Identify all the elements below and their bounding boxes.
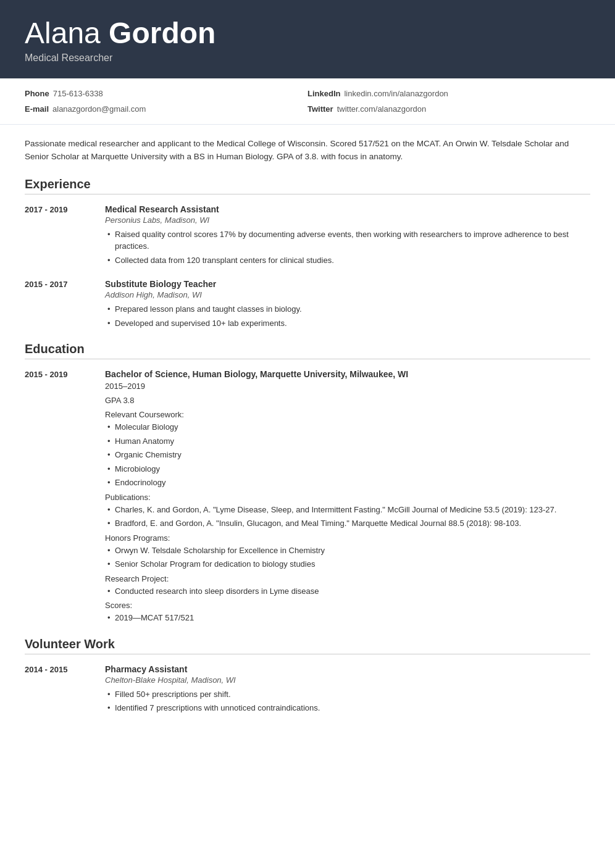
phone-value: 715-613-6338 [53,89,103,98]
contact-bar: Phone 715-613-6338 LinkedIn linkedin.com… [0,78,615,125]
experience-entry: 2015 - 2017Substitute Biology TeacherAdd… [25,279,590,331]
honors-list: Orwyn W. Telsdale Scholarship for Excell… [105,545,590,570]
job-title: Substitute Biology Teacher [105,279,590,289]
volunteer-title: Volunteer Work [25,637,590,654]
job-title: Pharmacy Assistant [105,664,590,674]
candidate-title: Medical Researcher [25,52,590,64]
linkedin-value: linkedin.com/in/alanazgordon [344,89,448,98]
list-item: Collected data from 120 transplant cente… [105,254,590,267]
coursework-list: Molecular BiologyHuman AnatomyOrganic Ch… [105,421,590,489]
list-item: Prepared lesson plans and taught classes… [105,303,590,315]
list-item: Developed and supervised 10+ lab experim… [105,317,590,330]
experience-list: 2017 - 2019Medical Research AssistantPer… [25,204,590,332]
list-item: Senior Scholar Program for dedication to… [105,558,590,570]
phone-label: Phone [25,89,49,98]
volunteer-entry: 2014 - 2015Pharmacy AssistantChelton-Bla… [25,664,590,716]
twitter-value: twitter.com/alanazgordon [337,104,427,114]
list-item: Molecular Biology [105,421,590,433]
publications-label: Publications: [105,493,590,502]
entry-body: Substitute Biology TeacherAddison High, … [105,279,590,331]
experience-section: Experience 2017 - 2019Medical Research A… [25,177,590,332]
list-item: Orwyn W. Telsdale Scholarship for Excell… [105,545,590,557]
education-title: Education [25,342,590,359]
list-item: Microbiology [105,463,590,475]
list-item: Filled 50+ prescriptions per shift. [105,688,590,701]
twitter-contact: Twitter twitter.com/alanazgordon [308,102,590,115]
company-name: Personius Labs, Madison, WI [105,215,590,225]
list-item: Organic Chemistry [105,449,590,461]
last-name: Gordon [109,17,215,49]
education-section: Education 2015 - 2019Bachelor of Science… [25,342,590,626]
company-name: Addison High, Madison, WI [105,290,590,299]
scores-label: Scores: [105,601,590,610]
twitter-label: Twitter [308,104,333,114]
edu-gpa: GPA 3.8 [105,394,590,407]
edu-years: 2015–2019 [105,380,590,393]
summary-text: Passionate medical researcher and applic… [25,137,590,164]
list-item: Conducted research into sleep disorders … [105,585,590,598]
linkedin-contact: LinkedIn linkedin.com/in/alanazgordon [308,87,590,100]
main-content: Passionate medical researcher and applic… [0,125,615,752]
entry-date: 2014 - 2015 [25,664,93,716]
entry-date: 2015 - 2019 [25,369,93,626]
degree-title: Bachelor of Science, Human Biology, Marq… [105,369,590,379]
email-contact: E-mail alanazgordon@gmail.com [25,102,308,115]
entry-body: Bachelor of Science, Human Biology, Marq… [105,369,590,626]
publications-list: Charles, K. and Gordon, A. "Lyme Disease… [105,504,590,530]
experience-title: Experience [25,177,590,194]
list-item: Bradford, E. and Gordon, A. "Insulin, Gl… [105,517,590,530]
list-item: Identified 7 prescriptions with unnotice… [105,702,590,714]
research-list: Conducted research into sleep disorders … [105,585,590,598]
experience-entry: 2017 - 2019Medical Research AssistantPer… [25,204,590,269]
entry-date: 2015 - 2017 [25,279,93,331]
education-list: 2015 - 2019Bachelor of Science, Human Bi… [25,369,590,626]
list-item: Charles, K. and Gordon, A. "Lyme Disease… [105,504,590,516]
resume-header: Alana Gordon Medical Researcher [0,0,615,78]
email-label: E-mail [25,104,49,114]
entry-date: 2017 - 2019 [25,204,93,269]
company-name: Chelton-Blake Hospital, Madison, WI [105,675,590,685]
bullet-list: Raised quality control scores 17% by doc… [105,228,590,267]
linkedin-label: LinkedIn [308,89,340,98]
email-value: alanazgordon@gmail.com [52,104,146,114]
list-item: Endocrinology [105,477,590,489]
candidate-name: Alana Gordon [25,17,590,50]
list-item: 2019—MCAT 517/521 [105,612,590,624]
volunteer-list: 2014 - 2015Pharmacy AssistantChelton-Bla… [25,664,590,716]
job-title: Medical Research Assistant [105,204,590,214]
entry-body: Pharmacy AssistantChelton-Blake Hospital… [105,664,590,716]
first-name: Alana [25,17,109,49]
list-item: Raised quality control scores 17% by doc… [105,228,590,252]
bullet-list: Prepared lesson plans and taught classes… [105,303,590,329]
bullet-list: Filled 50+ prescriptions per shift.Ident… [105,688,590,714]
honors-label: Honors Programs: [105,533,590,543]
phone-contact: Phone 715-613-6338 [25,87,308,100]
volunteer-section: Volunteer Work 2014 - 2015Pharmacy Assis… [25,637,590,716]
scores-list: 2019—MCAT 517/521 [105,612,590,624]
research-label: Research Project: [105,574,590,583]
entry-body: Medical Research AssistantPersonius Labs… [105,204,590,269]
list-item: Human Anatomy [105,435,590,448]
coursework-label: Relevant Coursework: [105,410,590,419]
education-entry: 2015 - 2019Bachelor of Science, Human Bi… [25,369,590,626]
